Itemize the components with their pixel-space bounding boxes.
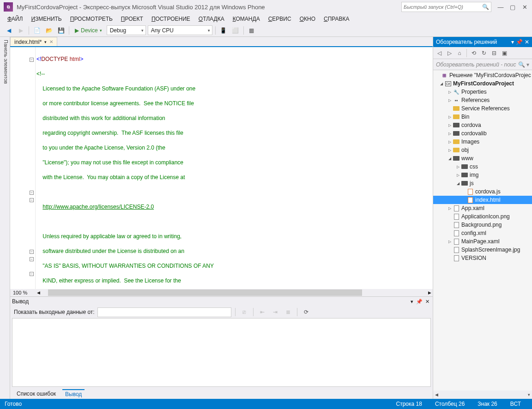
doc-tab-dropdown-icon[interactable]: ▾ [44,40,47,44]
status-bar: Готово Строка 18 Столбец 26 Знак 26 ВСТ [0,399,532,409]
tree-app-icon[interactable]: ApplicationIcon.png [433,212,532,221]
tree-app-xaml[interactable]: App.xaml [433,204,532,212]
tree-properties[interactable]: 🔧Properties [433,88,532,96]
nav-back-button[interactable]: ◀ [4,25,14,36]
menu-view[interactable]: ПРОСМОТРЕТЬ [66,15,116,23]
output-pin-icon[interactable]: 📌 [416,299,423,305]
output-indent-icon[interactable]: ⇤ [257,307,267,317]
se-nav-down-icon[interactable]: ▾ [528,392,530,397]
code-content[interactable]: <!DOCTYPE html> <!-- Licensed to the Apa… [36,47,433,289]
tree-img[interactable]: img [433,171,532,179]
se-refresh-icon[interactable]: ↻ [480,49,488,57]
hscroll-thumb[interactable] [48,289,362,296]
editor-hscroll[interactable]: 100 % ◀ ▶ [10,289,433,296]
quick-launch-box[interactable]: 🔍 [401,2,491,12]
se-search-box[interactable]: Обозреватель решений - поис 🔍 ▾ [433,59,532,70]
grid-icon[interactable]: ▦ [247,25,257,36]
minimize-button[interactable]: — [495,2,506,12]
tree-references[interactable]: ▪▪References [433,96,532,104]
tree-splash[interactable]: SplashScreenImage.jpg [433,246,532,254]
platform-combo[interactable]: Any CPU [148,25,212,35]
tree-project[interactable]: C#MyFirstCordovaProject [433,79,532,88]
menu-tools[interactable]: СЕРВИС [265,15,295,23]
se-header: Обозреватель решений ▾ 📌 ✕ [433,37,532,47]
doc-tab-index[interactable]: index.html* ▾ ✕ [10,37,57,46]
output-panel: Вывод ▾ 📌 ✕ Показать выходные данные от:… [10,296,433,389]
output-toolbar: Показать выходные данные от: ⎚ ⇤ ⇥ ≣ ⟳ [10,306,433,318]
se-properties-icon[interactable]: ▣ [500,49,508,57]
menu-team[interactable]: КОМАНДА [229,15,264,23]
se-nav-left-icon[interactable]: ◀ [435,392,438,397]
tree-config-xml[interactable]: config.xml [433,229,532,237]
output-body[interactable] [12,318,431,387]
output-source-combo[interactable] [97,307,231,317]
status-line: Строка 18 [396,401,422,407]
bottom-tab-bar: Список ошибок Вывод [10,389,433,399]
main-toolbar: ◀ ▶ 📄 📂 💾 ▶ Device ▾ Debug Any CPU 📱 ⬜ ▦ [0,24,532,37]
open-icon[interactable]: 📂 [44,25,54,36]
output-title: Вывод [12,298,29,305]
output-outdent-icon[interactable]: ⇥ [270,307,280,317]
tree-cordova-js[interactable]: cordova.js [433,187,532,196]
close-button[interactable]: ✕ [519,2,530,12]
se-tree[interactable]: ⊞Решение "MyFirstCordovaProjec C#MyFirst… [433,70,532,391]
tree-cordovalib[interactable]: cordovalib [433,129,532,138]
tree-images[interactable]: Images [433,138,532,146]
tree-www[interactable]: www [433,154,532,162]
se-title: Обозреватель решений [436,39,497,45]
doc-tab-close-icon[interactable]: ✕ [49,39,53,44]
se-home-icon[interactable]: ⌂ [455,49,464,57]
code-editor[interactable]: − − − − − − <!DOCTYPE html> <!-- License… [10,47,433,289]
tree-background[interactable]: Background.png [433,221,532,229]
window-title: MyFirstCordovaProject - Экспресс-выпуск … [17,4,265,11]
tree-cordova[interactable]: cordova [433,121,532,129]
nav-forward-button[interactable]: ▶ [16,25,26,36]
tree-obj[interactable]: obj [433,146,532,154]
se-close-icon[interactable]: ✕ [525,39,529,45]
se-sync-icon[interactable]: ⟲ [470,49,478,57]
se-dropdown-icon[interactable]: ▾ [511,39,514,45]
start-debug-button[interactable]: ▶ Device ▾ [72,27,105,34]
tree-css[interactable]: css [433,162,532,171]
output-filter-label: Показать выходные данные от: [14,309,95,315]
menu-debug[interactable]: ОТЛАДКА [195,15,228,23]
tree-js[interactable]: js [433,179,532,187]
maximize-button[interactable]: ▢ [507,2,518,12]
new-project-icon[interactable]: 📄 [32,25,42,36]
tab-error-list[interactable]: Список ошибок [14,390,59,398]
editor-area: index.html* ▾ ✕ − − − − − − [10,37,433,399]
tree-bin[interactable]: Bin [433,113,532,121]
output-toggle-icon[interactable]: ⟳ [301,307,311,317]
menu-file[interactable]: ФАЙЛ [4,15,26,23]
solution-explorer: Обозреватель решений ▾ 📌 ✕ ◁ ▷ ⌂ ⟲ ↻ ⊟ ▣… [433,37,532,399]
tab-output[interactable]: Вывод [62,389,85,398]
se-forward-icon[interactable]: ▷ [445,49,453,57]
menu-build[interactable]: ПОСТРОЕНИЕ [148,15,194,23]
output-clear-icon[interactable]: ⎚ [239,307,249,317]
tree-mainpage[interactable]: MainPage.xaml [433,237,532,246]
tree-version[interactable]: VERSION [433,254,532,262]
menu-help[interactable]: СПРАВКА [320,15,353,23]
menu-edit[interactable]: ИЗМЕНИТЬ [27,15,65,23]
config-combo[interactable]: Debug [107,25,146,35]
se-back-icon[interactable]: ◁ [435,49,443,57]
se-pin-icon[interactable]: 📌 [516,39,523,45]
phone-icon[interactable]: 📱 [218,25,229,36]
tree-solution[interactable]: ⊞Решение "MyFirstCordovaProjec [433,71,532,79]
output-dropdown-icon[interactable]: ▾ [411,299,413,305]
search-icon[interactable]: 🔍 ▾ [518,61,529,68]
deploy-icon[interactable]: ⬜ [230,25,241,36]
tree-service-refs[interactable]: Service References [433,104,532,113]
output-close-icon[interactable]: ✕ [425,299,429,305]
output-wrap-icon[interactable]: ≣ [283,307,293,317]
menu-project[interactable]: ПРОЕКТ [117,15,147,23]
se-collapse-icon[interactable]: ⊟ [490,49,498,57]
status-ins: ВСТ [510,401,521,407]
zoom-level[interactable]: 100 % [10,290,36,295]
tree-index-html[interactable]: index.html [433,196,532,204]
search-icon[interactable]: 🔍 [482,4,489,10]
quick-launch-input[interactable] [404,4,482,10]
menu-window[interactable]: ОКНО [296,15,319,23]
toolbox-tab[interactable]: Панель элементов [0,37,10,399]
save-all-icon[interactable]: 💾 [56,25,66,36]
